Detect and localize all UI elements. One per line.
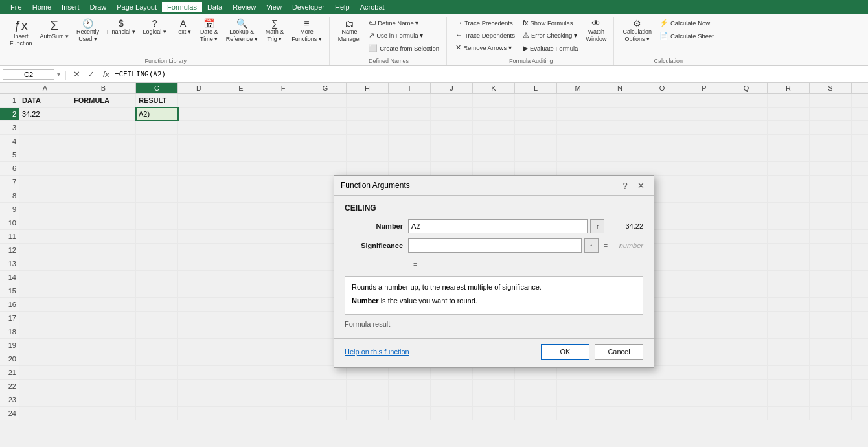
formula-equals-sign: = bbox=[413, 260, 417, 268]
dialog-close-button[interactable]: ✕ bbox=[634, 179, 647, 191]
cancel-button[interactable]: Cancel bbox=[595, 344, 643, 360]
help-link[interactable]: Help on this function bbox=[345, 348, 409, 356]
significance-collapse-button[interactable]: ↑ bbox=[584, 238, 599, 253]
number-collapse-button[interactable]: ↑ bbox=[590, 219, 604, 233]
description-text: is the value you want to round. bbox=[381, 297, 477, 304]
significance-result: number bbox=[619, 242, 643, 249]
number-input[interactable] bbox=[408, 219, 588, 233]
function-description: Rounds a number up, to the nearest multi… bbox=[345, 276, 643, 315]
formula-result-label: Formula result = bbox=[345, 320, 396, 328]
description-detail: Number is the value you want to round. bbox=[352, 295, 636, 306]
significance-input[interactable] bbox=[408, 238, 582, 253]
modal-overlay: Function Arguments ? ✕ CEILING Number ↑ … bbox=[0, 0, 868, 447]
dialog-body: CEILING Number ↑ = 34.22 Significance ↑ … bbox=[334, 196, 654, 336]
function-arguments-dialog: Function Arguments ? ✕ CEILING Number ↑ … bbox=[334, 175, 654, 368]
dialog-title: Function Arguments bbox=[341, 181, 410, 190]
dialog-title-bar: Function Arguments ? ✕ bbox=[334, 176, 654, 196]
number-result: 34.22 bbox=[625, 222, 643, 230]
function-name: CEILING bbox=[345, 203, 643, 212]
significance-equals: = bbox=[604, 242, 614, 249]
description-main: Rounds a number up, to the nearest multi… bbox=[352, 282, 636, 293]
dialog-help-button[interactable]: ? bbox=[619, 179, 632, 191]
formula-result-row: Formula result = bbox=[345, 320, 643, 328]
significance-arg-row: Significance ↑ = number bbox=[345, 238, 643, 253]
description-bold: Number bbox=[352, 297, 379, 304]
ok-button[interactable]: OK bbox=[541, 344, 589, 360]
number-arg-row: Number ↑ = 34.22 bbox=[345, 219, 643, 233]
dialog-footer: Help on this function OK Cancel bbox=[334, 338, 654, 367]
number-label: Number bbox=[345, 222, 403, 230]
formula-equals-row: = bbox=[345, 258, 643, 271]
number-equals: = bbox=[610, 222, 620, 230]
significance-label: Significance bbox=[345, 242, 403, 249]
